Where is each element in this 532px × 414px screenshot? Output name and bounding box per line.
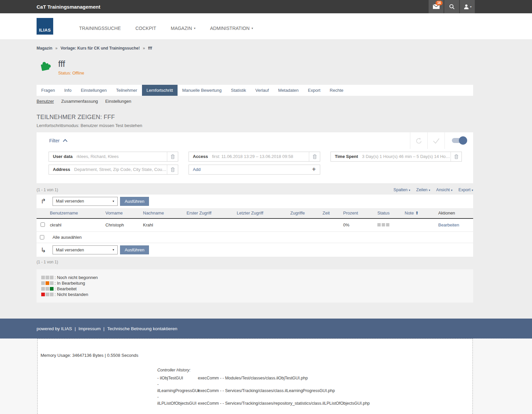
cell-lastname: Krahl bbox=[142, 218, 186, 232]
tab-verlauf[interactable]: Verlauf bbox=[251, 85, 273, 96]
filter-field-access[interactable]: Access first: 11.06.2018 13:29 – 13.06.2… bbox=[189, 152, 320, 162]
header-benutzername[interactable]: Benutzername bbox=[49, 208, 105, 218]
legend-square bbox=[41, 293, 45, 296]
header-status[interactable]: Status bbox=[377, 208, 404, 218]
header-zugriffe[interactable]: Zugriffe bbox=[290, 208, 322, 218]
filter-field-user-data[interactable]: User data rklees, Richard, Klees bbox=[49, 152, 178, 162]
table-controls: (1 - 1 von 1) Spalten ▾ Zeilen ▾ Ansicht… bbox=[37, 188, 473, 192]
apply-bottom-arrow-icon: ↳ bbox=[41, 247, 49, 253]
legend-square bbox=[50, 281, 54, 285]
breadcrumb-vorlage[interactable]: Vorlage: Kurs für CK und Trainingssuche! bbox=[61, 46, 140, 51]
trash-icon bbox=[170, 167, 176, 173]
mail-button[interactable]: 16 bbox=[429, 0, 444, 13]
add-filter-button[interactable]: Add + bbox=[189, 165, 320, 175]
tab-export[interactable]: Export bbox=[303, 85, 325, 96]
select-all-label: Alle auswählen bbox=[53, 235, 81, 240]
cell-last-access bbox=[236, 218, 290, 232]
tab-einstellungen[interactable]: Einstellungen bbox=[76, 85, 111, 96]
footer-support-link[interactable]: Technische Betreuung kontaktieren bbox=[107, 326, 177, 331]
tab-lernfortschritt[interactable]: Lernfortschritt bbox=[142, 85, 178, 96]
status-square bbox=[386, 223, 389, 226]
search-button[interactable] bbox=[444, 0, 459, 13]
menu-zeilen[interactable]: Zeilen ▾ bbox=[416, 188, 430, 192]
footer-powered-by-link[interactable]: powered by ILIAS bbox=[37, 326, 72, 331]
nav-item-trainingssuche[interactable]: TRAININGSSUCHE bbox=[79, 26, 121, 31]
trash-icon bbox=[312, 154, 318, 160]
filter-reset-button[interactable] bbox=[410, 132, 427, 149]
menu-ansicht[interactable]: Ansicht ▾ bbox=[436, 188, 453, 192]
subtab-einstellungen[interactable]: Einstellungen bbox=[105, 99, 131, 104]
tab-manuelle-bewertung[interactable]: Manuelle Bewertung bbox=[178, 85, 226, 96]
table-row: ckrahl Christoph Krahl 0% Bearbeiten bbox=[37, 218, 473, 232]
nav-item-administration[interactable]: ADMINISTRATION▾ bbox=[210, 26, 253, 31]
chevron-up-icon bbox=[63, 139, 67, 142]
bulk-action-top: ↱ Mail versenden ▼ Ausführen bbox=[37, 195, 473, 208]
cell-username: ckrahl bbox=[49, 218, 105, 232]
header-letzter-zugriff[interactable]: Letzter Zugriff bbox=[236, 208, 290, 218]
nav-item-cockpit[interactable]: COCKPIT bbox=[135, 26, 156, 31]
breadcrumb-magazin[interactable]: Magazin bbox=[37, 46, 52, 51]
select-caret-icon: ▼ bbox=[112, 200, 117, 203]
status-square bbox=[382, 223, 385, 226]
trash-icon bbox=[170, 154, 176, 160]
header-aktionen: Aktionen bbox=[438, 208, 473, 218]
table-header-row: Benutzername Vorname Nachname Erster Zug… bbox=[37, 208, 473, 218]
header-zeit[interactable]: Zeit bbox=[322, 208, 342, 218]
bearbeiten-link[interactable]: Bearbeiten bbox=[438, 222, 459, 227]
filter-toggle[interactable]: Filter bbox=[49, 138, 67, 143]
footer-separator: | bbox=[103, 326, 105, 331]
user-menu-button[interactable]: ▾ bbox=[460, 0, 475, 13]
controller-history: Controller History: - ilObjTestGUIexecCo… bbox=[157, 368, 469, 407]
tab-fragen[interactable]: Fragen bbox=[37, 85, 60, 96]
tab-rechte[interactable]: Rechte bbox=[325, 85, 348, 96]
filter-field-address[interactable]: Address Department, Street, Zip Code, Ci… bbox=[49, 165, 178, 175]
header-note[interactable]: Note⬆ bbox=[404, 208, 438, 218]
chevron-down-icon: ▾ bbox=[409, 189, 410, 192]
tab-info[interactable]: Info bbox=[60, 85, 76, 96]
select-all-checkbox[interactable] bbox=[40, 235, 44, 239]
header-erster-zugriff[interactable]: Erster Zugriff bbox=[186, 208, 236, 218]
filter-field-time-spent[interactable]: Time Spent 3 Day(s) 1 Hour(s) 46 min – 5… bbox=[331, 152, 462, 162]
cell-status bbox=[377, 218, 404, 232]
delete-filter-button[interactable] bbox=[309, 152, 320, 161]
menu-spalten[interactable]: Spalten ▾ bbox=[393, 188, 410, 192]
participants-table-panel: ↱ Mail versenden ▼ Ausführen Benutzernam… bbox=[37, 195, 473, 257]
nav-item-magazin[interactable]: MAGAZIN▾ bbox=[171, 26, 195, 31]
tab-teilnehmer[interactable]: Teilnehmer bbox=[111, 85, 142, 96]
legend-square bbox=[41, 281, 45, 285]
bulk-action-select[interactable]: Mail versenden ▼ bbox=[53, 197, 118, 206]
cell-accesses bbox=[290, 218, 322, 232]
menu-export[interactable]: Export ▾ bbox=[459, 188, 473, 192]
header-vorname[interactable]: Vorname bbox=[105, 208, 142, 218]
delete-filter-button[interactable] bbox=[167, 152, 178, 161]
page-title: fff bbox=[58, 59, 84, 69]
subtab-zusammenfassung[interactable]: Zusammenfassung bbox=[61, 99, 98, 104]
tabbar: Fragen Info Einstellungen Teilnehmer Ler… bbox=[37, 85, 473, 96]
app-title: CaT Trainingsmanagement bbox=[37, 4, 100, 10]
chevron-down-icon: ▾ bbox=[451, 189, 453, 192]
delete-filter-button[interactable] bbox=[451, 152, 462, 161]
status-legend: : Noch nicht begonnen : In Bearbeitung :… bbox=[37, 269, 473, 303]
search-icon bbox=[449, 3, 455, 10]
legend-square bbox=[46, 281, 49, 285]
filter-enable-toggle[interactable] bbox=[445, 132, 473, 149]
header-nachname[interactable]: Nachname bbox=[142, 208, 186, 218]
main-navigation: ILIAS TRAININGSSUCHE COCKPIT MAGAZIN▾ AD… bbox=[0, 13, 532, 39]
execute-button[interactable]: Ausführen bbox=[120, 197, 149, 206]
delete-filter-button[interactable] bbox=[167, 165, 178, 174]
breadcrumb-separator: » bbox=[55, 46, 58, 51]
row-checkbox[interactable] bbox=[41, 222, 45, 227]
section-heading: TEILNEHMER ZEIGEN: FFF bbox=[37, 114, 473, 121]
subtab-benutzer[interactable]: Benutzer bbox=[37, 99, 54, 104]
tab-metadaten[interactable]: Metadaten bbox=[274, 85, 303, 96]
header-prozent[interactable]: Prozent bbox=[342, 208, 377, 218]
bulk-action-select[interactable]: Mail versenden ▼ bbox=[53, 245, 118, 254]
legend-square bbox=[41, 287, 45, 291]
filter-panel: Filter bbox=[37, 132, 473, 183]
footer-impressum-link[interactable]: Impressum bbox=[78, 326, 101, 331]
execute-button[interactable]: Ausführen bbox=[120, 245, 149, 254]
tab-statistik[interactable]: Statistik bbox=[226, 85, 251, 96]
ilias-logo[interactable]: ILIAS bbox=[37, 18, 53, 35]
filter-apply-button[interactable] bbox=[427, 132, 445, 149]
legend-square bbox=[41, 276, 45, 279]
